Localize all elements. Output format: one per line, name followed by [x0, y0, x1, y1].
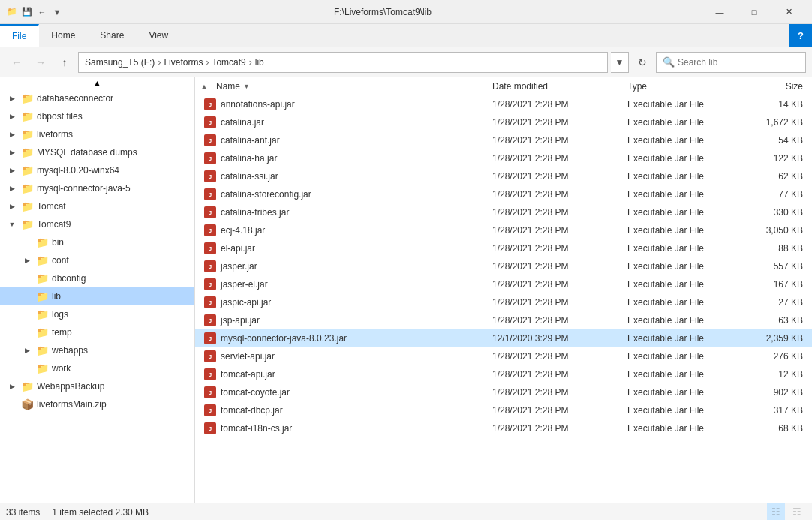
- sort-indicator[interactable]: ▲: [198, 77, 210, 95]
- address-dropdown[interactable]: ▼: [611, 52, 629, 73]
- table-row[interactable]: Jjsp-api.jar1/28/2021 2:28 PMExecutable …: [195, 311, 812, 329]
- file-date-cell: 1/28/2021 2:28 PM: [486, 131, 621, 149]
- col-header-date[interactable]: Date modified: [486, 77, 621, 95]
- table-row[interactable]: Jmysql-connector-java-8.0.23.jar12/1/202…: [195, 329, 812, 347]
- file-name-cell: Jtomcat-dbcp.jar: [198, 401, 486, 419]
- file-name-cell: Jjaspic-api.jar: [198, 293, 486, 311]
- table-row[interactable]: Jjasper.jar1/28/2021 2:28 PMExecutable J…: [195, 257, 812, 275]
- save-icon[interactable]: 💾: [21, 6, 33, 18]
- help-button[interactable]: ?: [789, 24, 812, 47]
- table-row[interactable]: Jtomcat-dbcp.jar1/28/2021 2:28 PMExecuta…: [195, 401, 812, 419]
- tab-file[interactable]: File: [0, 24, 39, 47]
- file-name: catalina.jar: [221, 117, 264, 128]
- table-row[interactable]: Jannotations-api.jar1/28/2021 2:28 PMExe…: [195, 95, 812, 113]
- quick-access-icon[interactable]: 📁: [6, 6, 18, 18]
- sidebar-item-webappsbackup[interactable]: ▶📁WebappsBackup: [0, 377, 194, 395]
- file-name: el-api.jar: [221, 243, 255, 254]
- sidebar-item-logs[interactable]: 📁logs: [0, 305, 194, 323]
- file-type-cell: Executable Jar File: [621, 275, 741, 293]
- table-row[interactable]: Jjaspic-api.jar1/28/2021 2:28 PMExecutab…: [195, 293, 812, 311]
- sidebar-scroll-up[interactable]: ▲: [0, 77, 194, 89]
- up-button[interactable]: ↑: [54, 52, 75, 73]
- sidebar-item-mysql-database-dumps[interactable]: ▶📁MYSQL database dumps: [0, 143, 194, 161]
- sidebar-item-liveformsmain.zip[interactable]: 📦liveformsMain.zip: [0, 395, 194, 413]
- jar-icon: J: [204, 188, 216, 200]
- file-size-cell: 63 KB: [741, 311, 809, 329]
- table-row[interactable]: Jcatalina-ant.jar1/28/2021 2:28 PMExecut…: [195, 131, 812, 149]
- table-row[interactable]: Jtomcat-coyote.jar1/28/2021 2:28 PMExecu…: [195, 383, 812, 401]
- table-row[interactable]: Jtomcat-i18n-cs.jar1/28/2021 2:28 PMExec…: [195, 419, 812, 437]
- sidebar-item-tomcat9[interactable]: ▼📁Tomcat9: [0, 215, 194, 233]
- table-row[interactable]: Jecj-4.18.jar1/28/2021 2:28 PMExecutable…: [195, 221, 812, 239]
- file-type-cell: Executable Jar File: [621, 131, 741, 149]
- file-size-cell: 68 KB: [741, 419, 809, 437]
- sidebar-list: ▶📁databaseconnector▶📁dbpost files▶📁livef…: [0, 89, 194, 413]
- jar-icon: J: [204, 332, 216, 344]
- sidebar-item-work[interactable]: 📁work: [0, 359, 194, 377]
- sidebar-item-dbconfig[interactable]: 📁dbconfig: [0, 269, 194, 287]
- col-header-type[interactable]: Type: [621, 77, 741, 95]
- file-size-cell: 276 KB: [741, 347, 809, 365]
- sidebar-item-dbpost-files[interactable]: ▶📁dbpost files: [0, 107, 194, 125]
- file-type-cell: Executable Jar File: [621, 293, 741, 311]
- file-name: tomcat-api.jar: [221, 369, 275, 380]
- sidebar-item-mysql-connector-java-5[interactable]: ▶📁mysql-connector-java-5: [0, 179, 194, 197]
- sidebar-item-databaseconnector[interactable]: ▶📁databaseconnector: [0, 89, 194, 107]
- address-path[interactable]: Samsung_T5 (F:) › Liveforms › Tomcat9 › …: [78, 52, 608, 73]
- file-list-header: ▲ Name ▼ Date modified Type Size: [195, 77, 812, 95]
- minimize-button[interactable]: —: [702, 0, 737, 24]
- undo-icon[interactable]: ←: [36, 6, 48, 18]
- file-date-cell: 1/28/2021 2:28 PM: [486, 113, 621, 131]
- table-row[interactable]: Jcatalina-storeconfig.jar1/28/2021 2:28 …: [195, 185, 812, 203]
- file-size-cell: 77 KB: [741, 185, 809, 203]
- search-input[interactable]: [678, 57, 799, 68]
- tab-home[interactable]: Home: [39, 24, 88, 47]
- table-row[interactable]: Jservlet-api.jar1/28/2021 2:28 PMExecuta…: [195, 347, 812, 365]
- file-date-cell: 1/28/2021 2:28 PM: [486, 185, 621, 203]
- folder-icon: 📁: [21, 146, 34, 158]
- tab-view[interactable]: View: [137, 24, 181, 47]
- table-row[interactable]: Jjasper-el.jar1/28/2021 2:28 PMExecutabl…: [195, 275, 812, 293]
- back-button[interactable]: ←: [6, 52, 27, 73]
- file-size-cell: 27 KB: [741, 293, 809, 311]
- sidebar-item-tomcat[interactable]: ▶📁Tomcat: [0, 197, 194, 215]
- table-row[interactable]: Jtomcat-api.jar1/28/2021 2:28 PMExecutab…: [195, 365, 812, 383]
- folder-icon: 📁: [36, 308, 49, 320]
- details-view-button[interactable]: ☷: [767, 503, 785, 521]
- jar-icon: J: [204, 242, 216, 254]
- refresh-button[interactable]: ↻: [632, 52, 653, 73]
- folder-icon: 📁: [36, 326, 49, 338]
- sidebar-item-bin[interactable]: 📁bin: [0, 233, 194, 251]
- sidebar-item-liveforms[interactable]: ▶📁liveforms: [0, 125, 194, 143]
- file-name-cell: Jtomcat-api.jar: [198, 365, 486, 383]
- sidebar-item-temp[interactable]: 📁temp: [0, 323, 194, 341]
- sidebar-item-label: bin: [52, 237, 64, 248]
- sidebar-item-conf[interactable]: ▶📁conf: [0, 251, 194, 269]
- table-row[interactable]: Jcatalina.jar1/28/2021 2:28 PMExecutable…: [195, 113, 812, 131]
- close-button[interactable]: ✕: [771, 0, 806, 24]
- sidebar-item-mysql-8.0.20-winx64[interactable]: ▶📁mysql-8.0.20-winx64: [0, 161, 194, 179]
- table-row[interactable]: Jcatalina-ha.jar1/28/2021 2:28 PMExecuta…: [195, 149, 812, 167]
- search-box[interactable]: 🔍: [656, 52, 806, 73]
- file-date-cell: 1/28/2021 2:28 PM: [486, 347, 621, 365]
- tab-share[interactable]: Share: [88, 24, 137, 47]
- forward-button[interactable]: →: [30, 52, 51, 73]
- col-header-name[interactable]: Name ▼: [210, 77, 486, 95]
- file-size-cell: 902 KB: [741, 383, 809, 401]
- table-row[interactable]: Jcatalina-ssi.jar1/28/2021 2:28 PMExecut…: [195, 167, 812, 185]
- table-row[interactable]: Jel-api.jar1/28/2021 2:28 PMExecutable J…: [195, 239, 812, 257]
- dropdown-icon[interactable]: ▼: [51, 6, 63, 18]
- col-header-size[interactable]: Size: [741, 77, 809, 95]
- sidebar-item-lib[interactable]: 📁lib: [0, 287, 194, 305]
- title-bar-icons: 📁 💾 ← ▼: [6, 6, 63, 18]
- expand-icon: ▼: [6, 218, 18, 230]
- table-row[interactable]: Jcatalina-tribes.jar1/28/2021 2:28 PMExe…: [195, 203, 812, 221]
- sidebar-item-label: Tomcat9: [37, 219, 71, 230]
- file-name: tomcat-i18n-cs.jar: [221, 423, 292, 434]
- maximize-button[interactable]: □: [737, 0, 771, 24]
- file-name-cell: Jtomcat-coyote.jar: [198, 383, 486, 401]
- sidebar-item-webapps[interactable]: ▶📁webapps: [0, 341, 194, 359]
- file-list-body: Jannotations-api.jar1/28/2021 2:28 PMExe…: [195, 95, 812, 503]
- large-icons-button[interactable]: ☶: [788, 503, 806, 521]
- file-size-cell: 54 KB: [741, 131, 809, 149]
